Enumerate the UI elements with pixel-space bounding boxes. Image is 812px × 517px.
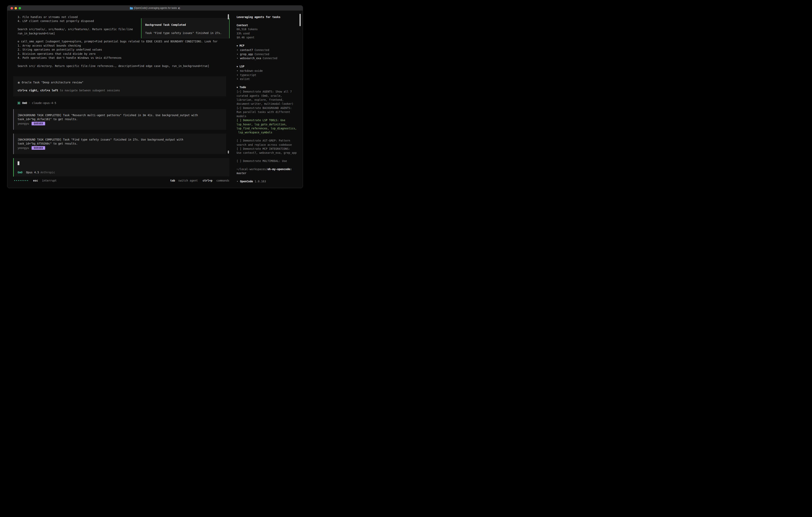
lsp-header-label: LSP	[239, 65, 244, 68]
input-model-name: Opus 4.5	[26, 170, 39, 174]
message-block: [BACKGROUND TASK COMPLETED] Task "Resear…	[13, 109, 226, 130]
app-name: OpenCode	[240, 180, 253, 183]
hint-text: to navigate between subagent sessions	[58, 89, 120, 92]
ctrlp-key-label: commands	[216, 179, 229, 182]
workspace-name: oh-my-opencode:	[267, 167, 292, 171]
git-branch: master	[237, 171, 301, 175]
todo-item-done: [✓] Demonstrate AGENTS: Show all 7 curat…	[237, 89, 301, 106]
sidebar: Leveraging agents for tasks Context 66,5…	[237, 15, 301, 184]
minimize-button[interactable]	[14, 7, 17, 9]
todo-item-active: [ ] Demonstrate LSP TOOLS: Use lsp_hover…	[237, 118, 301, 135]
todo-item-pending: [ ] Demonstrate MULTIMODAL: Use	[237, 159, 301, 163]
bullet-icon: •	[237, 57, 238, 60]
spacer	[237, 175, 301, 179]
scroll-line: Search src/ directory. Return specific f…	[18, 64, 229, 68]
message-author: yeongyu	[18, 121, 29, 126]
mcp-item: •websearch_exaConnected	[237, 56, 301, 60]
message-text: task_id="bg_6f59260c" to get results.	[18, 141, 226, 145]
message-block: [BACKGROUND TASK COMPLETED] Task "Find t…	[13, 134, 226, 154]
separator-dot: ·	[29, 101, 30, 105]
esc-key-label: interrupt	[42, 179, 57, 182]
mcp-item-name: websearch_exa	[240, 57, 261, 60]
message-footer: yeongyu QUEUED	[18, 146, 226, 150]
prompt-input[interactable]: OmO Opus 4.5 Anthropic	[13, 158, 229, 176]
bullet-icon: •	[237, 53, 238, 56]
folder-icon	[130, 7, 133, 9]
toast-title: Background Task Completed	[145, 23, 229, 27]
spacer	[237, 81, 301, 85]
bullet-icon: •	[237, 180, 238, 183]
todo-header-label: Todo	[239, 86, 246, 89]
gear-icon: ⚙	[18, 40, 19, 43]
chevron-down-icon: ▼	[237, 86, 238, 89]
mcp-header-label: MCP	[239, 44, 244, 47]
context-used: 33% used	[237, 31, 301, 35]
spacer	[237, 19, 301, 23]
mcp-item: •context7Connected	[237, 48, 301, 52]
spacer	[237, 135, 301, 139]
todo-item-pending: [ ] Demonstrate AST-GREP: Pattern search…	[237, 139, 301, 147]
message-author: yeongyu	[18, 146, 29, 150]
mcp-item: •grep_appConnected	[237, 52, 301, 56]
agent-name: OmO	[22, 101, 27, 105]
background-task-toast: Background Task Completed Task "Find typ…	[141, 18, 230, 38]
message-text: [BACKGROUND TASK COMPLETED] Task "Find t…	[18, 138, 226, 141]
lsp-item-name: eslint	[240, 77, 250, 81]
agent-model: claude-opus-4-5	[32, 101, 56, 105]
workspace-path: ~/local-workspaces/oh-my-opencode:	[237, 167, 301, 171]
spacer	[237, 155, 301, 159]
bullet-icon: •	[237, 73, 238, 77]
input-agent-name: OmO	[18, 170, 22, 174]
mcp-section-header[interactable]: ▼MCP	[237, 44, 301, 48]
window-titlebar[interactable]: [OpenCode] Leveraging agents for tasks ◐	[7, 6, 303, 11]
mcp-item-status: Connected	[255, 53, 269, 56]
session-title: Leveraging agents for tasks	[237, 15, 301, 19]
scroll-line: 1. Array access without bounds checking	[18, 44, 229, 48]
bullet-icon: •	[237, 77, 238, 81]
lsp-item-name: typescript	[240, 73, 256, 77]
todo-section-header[interactable]: ▼Todo	[237, 85, 301, 89]
mcp-item-name: grep_app	[240, 53, 253, 56]
oracle-task-title: Oracle Task "Deep architecture review"	[22, 81, 84, 84]
window-title-text: [OpenCode] Leveraging agents for tasks	[134, 6, 177, 10]
bullet-icon: •	[237, 48, 238, 52]
navigation-hint: ctrl+x right, ctrl+x left to navigate be…	[18, 88, 226, 92]
model-indicator: OmO Opus 4.5 Anthropic	[18, 170, 55, 174]
status-right: tab switch agent ctrl+p commands	[170, 179, 229, 183]
bullet-icon: •	[237, 69, 238, 72]
main-scrollbar-thumb[interactable]	[228, 14, 229, 19]
zoom-button[interactable]	[19, 7, 21, 9]
ctrlp-key-hint: ctrl+p	[203, 179, 212, 182]
sidebar-scrollbar-thumb[interactable]	[299, 14, 301, 26]
toast-body: Task "Find type safety issues" finished …	[145, 31, 229, 35]
agent-header: OmO · claude-opus-4-5	[18, 101, 56, 105]
lsp-item-name: markdown-oxide	[240, 69, 263, 72]
hint-keys: ctrl+x right, ctrl+x left	[18, 89, 58, 92]
oracle-task-panel: ◉Oracle Task "Deep architecture review" …	[13, 76, 226, 97]
oracle-task-title-line: ◉Oracle Task "Deep architecture review"	[18, 80, 226, 84]
lsp-section-header[interactable]: ▼LSP	[237, 64, 301, 69]
version-footer: •OpenCode1.0.163	[237, 179, 301, 183]
tool-call-line: ⚙call_omo_agent [subagent_type=explore, …	[18, 39, 229, 44]
agent-square-icon	[18, 102, 20, 104]
tab-key-hint: tab	[170, 179, 175, 182]
context-spent: $0.46 spent	[237, 35, 301, 39]
close-button[interactable]	[10, 7, 13, 9]
input-provider-name: Anthropic	[40, 170, 55, 174]
scroll-line: 4. Path operations that don't handle Win…	[18, 56, 229, 60]
window-title: [OpenCode] Leveraging agents for tasks ◐	[130, 6, 180, 10]
mcp-item-name: context7	[240, 48, 253, 52]
tab-key-label: switch agent	[178, 179, 198, 182]
spacer	[237, 163, 301, 167]
message-footer: yeongyu QUEUED	[18, 121, 226, 126]
spinner-dots-icon: ••••••••	[14, 179, 29, 182]
spacer	[237, 39, 301, 44]
scroll-line: 2. String operations on potentially unde…	[18, 48, 229, 52]
main-scrollbar-thumb-lower[interactable]	[228, 151, 229, 154]
terminal-window: [OpenCode] Leveraging agents for tasks ◐…	[7, 5, 303, 188]
mcp-item-status: Connected	[255, 48, 269, 52]
traffic-lights	[10, 7, 21, 9]
context-header: Context	[237, 23, 301, 27]
status-badge: QUEUED	[32, 146, 45, 150]
app-version: 1.0.163	[255, 180, 266, 183]
